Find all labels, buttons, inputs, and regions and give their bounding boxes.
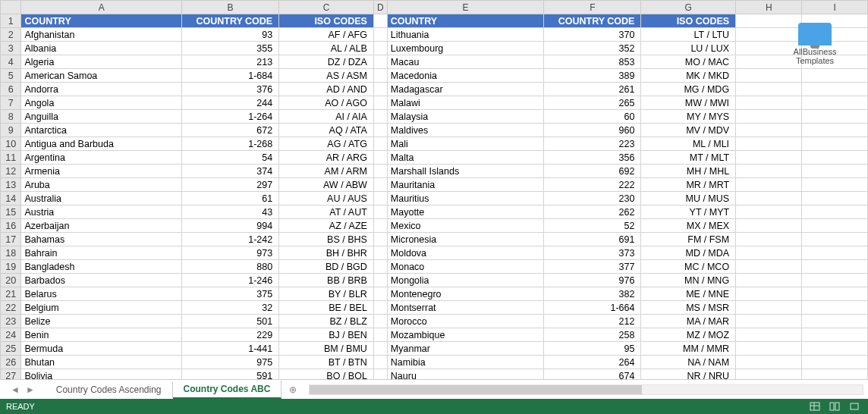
cell[interactable]: ISO CODES (279, 14, 374, 28)
cell[interactable]: 261 (544, 83, 641, 96)
column-header-F[interactable]: F (544, 1, 641, 14)
cell[interactable]: 973 (182, 246, 279, 260)
cell[interactable]: 377 (544, 260, 641, 274)
column-header-A[interactable]: A (21, 1, 182, 14)
cell[interactable]: Marshall Islands (387, 165, 543, 178)
row-header[interactable]: 16 (1, 219, 21, 233)
cell[interactable]: Albania (21, 42, 182, 55)
cell[interactable]: 1-664 (544, 301, 641, 315)
cell[interactable]: BD / BGD (279, 260, 374, 274)
cell[interactable] (373, 233, 387, 246)
cell[interactable] (373, 315, 387, 328)
cell[interactable]: AQ / ATA (279, 124, 374, 137)
view-page-layout-icon[interactable] (827, 400, 842, 412)
cell[interactable]: MW / MWI (641, 96, 736, 110)
cell[interactable]: 1-268 (182, 137, 279, 151)
cell[interactable]: NA / NAM (641, 356, 736, 369)
cell[interactable] (736, 260, 802, 274)
cell[interactable] (736, 356, 802, 369)
cell[interactable]: 692 (544, 165, 641, 178)
cell[interactable] (802, 274, 868, 287)
cell[interactable]: 297 (182, 178, 279, 192)
row-header[interactable]: 21 (1, 287, 21, 301)
column-header-E[interactable]: E (387, 1, 543, 14)
cell[interactable]: 1-441 (182, 342, 279, 356)
cell[interactable]: 244 (182, 96, 279, 110)
cell[interactable] (802, 315, 868, 328)
cell[interactable]: AS / ASM (279, 69, 374, 83)
row-header[interactable]: 25 (1, 342, 21, 356)
cell[interactable] (802, 69, 868, 83)
row-header[interactable]: 26 (1, 356, 21, 369)
view-page-break-icon[interactable] (847, 400, 862, 412)
cell[interactable]: 376 (182, 83, 279, 96)
cell[interactable]: Barbados (21, 274, 182, 287)
cell[interactable]: 375 (182, 287, 279, 301)
cell[interactable]: 880 (182, 260, 279, 274)
cell[interactable]: Mexico (387, 219, 543, 233)
cell[interactable] (373, 55, 387, 69)
cell[interactable] (373, 28, 387, 42)
row-header[interactable]: 23 (1, 315, 21, 328)
cell[interactable] (736, 83, 802, 96)
cell[interactable] (802, 260, 868, 274)
cell[interactable]: 501 (182, 315, 279, 328)
cell[interactable]: 264 (544, 356, 641, 369)
cell[interactable]: 43 (182, 205, 279, 219)
cell[interactable]: Monaco (387, 260, 543, 274)
cell[interactable]: AZ / AZE (279, 219, 374, 233)
cell[interactable]: AG / ATG (279, 137, 374, 151)
cell[interactable]: MR / MRT (641, 178, 736, 192)
cell[interactable]: Belgium (21, 301, 182, 315)
cell[interactable]: LT / LTU (641, 28, 736, 42)
cell[interactable] (373, 356, 387, 369)
cell[interactable]: FM / FSM (641, 233, 736, 246)
cell[interactable]: Antarctica (21, 124, 182, 137)
cell[interactable]: Madagascar (387, 83, 543, 96)
row-header[interactable]: 1 (1, 14, 21, 28)
row-header[interactable]: 8 (1, 110, 21, 124)
cell[interactable]: 672 (182, 124, 279, 137)
cell[interactable]: 975 (182, 356, 279, 369)
cell[interactable]: Myanmar (387, 342, 543, 356)
cell[interactable] (736, 301, 802, 315)
cell[interactable] (802, 151, 868, 165)
cell[interactable]: 223 (544, 137, 641, 151)
cell[interactable] (373, 14, 387, 28)
row-header[interactable]: 14 (1, 192, 21, 205)
cell[interactable] (736, 151, 802, 165)
cell[interactable] (373, 178, 387, 192)
cell[interactable]: Montenegro (387, 287, 543, 301)
cell[interactable]: Argentina (21, 151, 182, 165)
cell[interactable] (736, 110, 802, 124)
cell[interactable]: MM / MMR (641, 342, 736, 356)
cell[interactable]: Belize (21, 315, 182, 328)
cell[interactable] (736, 342, 802, 356)
cell[interactable]: DZ / DZA (279, 55, 374, 69)
cell[interactable] (802, 233, 868, 246)
cell[interactable]: 93 (182, 28, 279, 42)
cell[interactable] (736, 287, 802, 301)
cell[interactable] (802, 178, 868, 192)
cell[interactable] (802, 246, 868, 260)
cell[interactable]: 355 (182, 42, 279, 55)
cell[interactable] (373, 369, 387, 380)
cell[interactable]: YT / MYT (641, 205, 736, 219)
cell[interactable] (373, 96, 387, 110)
cell[interactable]: Malaysia (387, 110, 543, 124)
cell[interactable] (373, 83, 387, 96)
cell[interactable] (373, 328, 387, 342)
cell[interactable] (802, 369, 868, 380)
cell[interactable]: Aruba (21, 178, 182, 192)
cell[interactable] (373, 205, 387, 219)
cell[interactable]: 1-246 (182, 274, 279, 287)
cell[interactable]: MV / MDV (641, 124, 736, 137)
cell[interactable]: Mongolia (387, 274, 543, 287)
cell[interactable]: Maldives (387, 124, 543, 137)
cell[interactable]: MD / MDA (641, 246, 736, 260)
cell[interactable] (736, 137, 802, 151)
column-header-C[interactable]: C (279, 1, 374, 14)
cell[interactable] (802, 110, 868, 124)
cell[interactable] (373, 274, 387, 287)
cell[interactable] (802, 328, 868, 342)
